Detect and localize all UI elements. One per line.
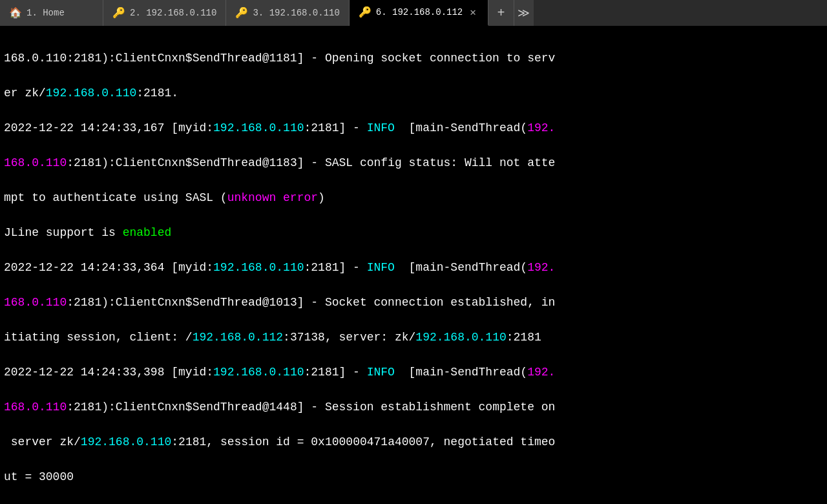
tab-home[interactable]: 🏠 1. Home: [0, 0, 103, 26]
terminal-line: er zk/192.168.0.110:2181.: [4, 85, 823, 102]
tab-3-label: 3. 192.168.0.110: [253, 8, 339, 18]
tab-add-button[interactable]: +: [488, 0, 514, 26]
terminal-text: 192.: [527, 121, 555, 134]
terminal-text: :2181):ClientCnxn$SendThread@1183] - SAS…: [67, 156, 555, 169]
terminal-text: 2022-12-22 14:24:33,167 [myid:: [4, 121, 213, 134]
home-icon: 🏠: [9, 6, 22, 19]
terminal-text: unknown error: [227, 191, 318, 204]
terminal-text: :2181] -: [304, 261, 367, 274]
terminal-text: 168.0.110: [4, 156, 67, 169]
terminal-text: 2022-12-22 14:24:33,398 [myid:: [4, 366, 213, 379]
terminal-text: 192.: [527, 261, 555, 274]
terminal-text: 192.168.0.110: [213, 366, 304, 379]
tab-overflow-button[interactable]: ≫: [514, 0, 534, 26]
tab-bar: 🏠 1. Home 🔑 2. 192.168.0.110 🔑 3. 192.16…: [0, 0, 827, 27]
terminal-text: :37138, server: zk/: [283, 331, 415, 344]
terminal-text: itiating session, client: /: [4, 331, 193, 344]
terminal-text: :2181] -: [304, 366, 367, 379]
terminal-line: 168.0.110:2181):ClientCnxn$SendThread@11…: [4, 154, 823, 172]
terminal-text: :2181] -: [304, 121, 367, 134]
tab-6[interactable]: 🔑 6. 192.168.0.112 ✕: [350, 0, 488, 26]
terminal-text: INFO: [367, 121, 395, 134]
terminal-text: INFO: [367, 366, 395, 379]
terminal-text: er zk/: [4, 87, 46, 100]
terminal-line: 2022-12-22 14:24:33,364 [myid:192.168.0.…: [4, 259, 823, 277]
terminal-text: :2181.: [136, 87, 178, 100]
terminal-output: 168.0.110:2181):ClientCnxn$SendThread@11…: [0, 27, 827, 504]
terminal-text: 192.168.0.110: [81, 436, 171, 448]
terminal-text: 192.168.0.110: [213, 121, 304, 134]
terminal-text: server zk/: [4, 436, 81, 448]
terminal-line: 168.0.110:2181):ClientCnxn$SendThread@14…: [4, 399, 823, 416]
key-icon-3: 🔑: [235, 6, 248, 19]
terminal-text: JLine support is: [4, 226, 123, 239]
terminal-text: INFO: [367, 261, 395, 274]
tab-6-close[interactable]: ✕: [467, 5, 479, 20]
tab-home-label: 1. Home: [26, 8, 65, 18]
terminal-text: :2181: [507, 331, 541, 344]
terminal-text: :2181, session id = 0x100000471a40007, n…: [171, 436, 555, 448]
tab-2[interactable]: 🔑 2. 192.168.0.110: [103, 0, 226, 26]
terminal-line: 168.0.110:2181):ClientCnxn$SendThread@11…: [4, 50, 823, 67]
terminal-text: [main-SendThread(: [395, 366, 527, 379]
terminal-line: 2022-12-22 14:24:33,398 [myid:192.168.0.…: [4, 364, 823, 381]
terminal-text: 192.168.0.110: [213, 261, 304, 274]
terminal-line: itiating session, client: /192.168.0.112…: [4, 329, 823, 346]
terminal-text: mpt to authenticate using SASL (: [4, 191, 227, 204]
tab-3[interactable]: 🔑 3. 192.168.0.110: [226, 0, 349, 26]
tab-6-label: 6. 192.168.0.112: [376, 7, 463, 17]
terminal-text: 192.168.0.110: [415, 331, 506, 344]
terminal-line: ut = 30000: [4, 468, 823, 486]
terminal-text: ut = 30000: [4, 470, 74, 483]
terminal-text: ): [318, 191, 325, 204]
terminal-line: 168.0.110:2181):ClientCnxn$SendThread@10…: [4, 294, 823, 311]
terminal-text: :2181):ClientCnxn$SendThread@1448] - Ses…: [67, 401, 555, 414]
terminal-text: 168.0.110: [4, 401, 67, 414]
key-icon-2: 🔑: [112, 6, 125, 19]
terminal-text: 192.: [527, 366, 555, 379]
terminal-text: 192.168.0.112: [193, 331, 283, 344]
terminal-text: 192.168.0.110: [46, 87, 136, 100]
terminal-line: server zk/192.168.0.110:2181, session id…: [4, 434, 823, 451]
terminal-text: 168.0.110: [4, 296, 67, 309]
terminal-line: mpt to authenticate using SASL (unknown …: [4, 189, 823, 207]
key-icon-6: 🔑: [359, 6, 372, 19]
terminal-line: 2022-12-22 14:24:33,167 [myid:192.168.0.…: [4, 120, 823, 137]
terminal-text: [main-SendThread(: [395, 121, 527, 134]
tab-2-label: 2. 192.168.0.110: [130, 8, 216, 18]
terminal-text: 168.0.110:2181):ClientCnxn$SendThread@11…: [4, 52, 555, 65]
terminal-text: enabled: [123, 226, 172, 239]
terminal-text: :2181):ClientCnxn$SendThread@1013] - Soc…: [67, 296, 555, 309]
terminal-text: 2022-12-22 14:24:33,364 [myid:: [4, 261, 213, 274]
terminal-text: [main-SendThread(: [395, 261, 527, 274]
terminal-line: JLine support is enabled: [4, 224, 823, 242]
